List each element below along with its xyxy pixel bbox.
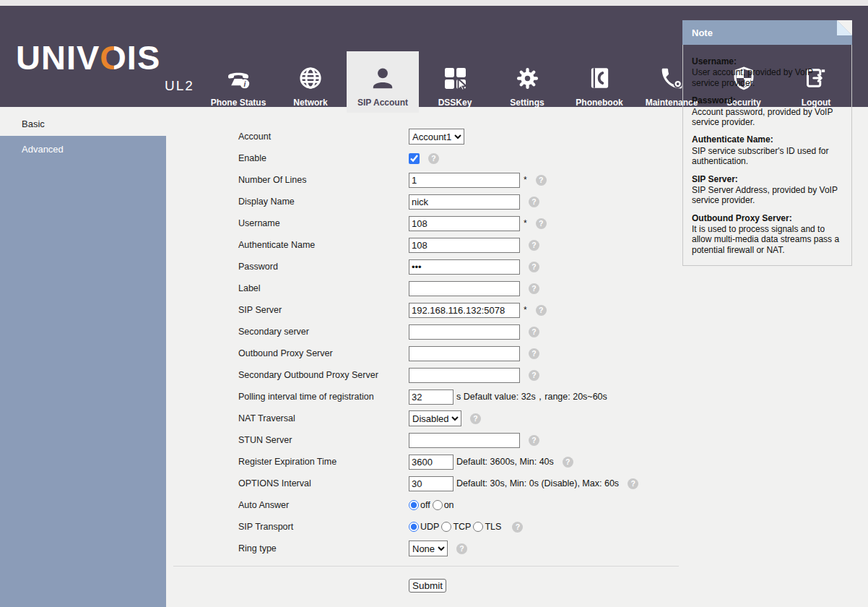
help-icon[interactable]: ? <box>529 348 539 359</box>
help-icon[interactable]: ? <box>628 478 638 489</box>
sidebar-item-basic[interactable]: Basic <box>22 119 45 129</box>
polling_interval-input[interactable] <box>409 389 453 405</box>
secondary_outbound_proxy_server-input[interactable] <box>409 368 520 383</box>
help-icon[interactable]: ? <box>456 543 467 554</box>
form-row-nat_traversal: NAT TraversalDisabled? <box>173 408 679 429</box>
help-icon[interactable]: ? <box>428 153 439 164</box>
help-icon[interactable]: ? <box>529 240 539 251</box>
field-label-nat_traversal: NAT Traversal <box>238 413 409 423</box>
note-heading: Username: <box>692 56 843 66</box>
logo-o: OO <box>100 40 127 74</box>
display_name-input[interactable] <box>409 194 520 210</box>
note-title: Note <box>692 27 713 38</box>
field-label-account: Account <box>238 132 409 142</box>
nav-item-phone-status[interactable]: iPhone Status <box>202 12 274 113</box>
help-icon[interactable]: ? <box>529 435 539 446</box>
form-row-auto_answer: Auto Answeroffon <box>173 494 679 516</box>
sip_transport-radio-tls[interactable] <box>473 522 483 532</box>
sip_transport-radio-udp[interactable] <box>409 522 419 532</box>
ring_type-select[interactable]: None <box>409 541 448 556</box>
nav-label: Network <box>293 98 327 108</box>
help-icon[interactable]: ? <box>536 218 547 229</box>
account-select[interactable]: Account1 <box>409 129 464 145</box>
field-control-polling_interval: s Default value: 32s，range: 20s~60s <box>409 389 607 405</box>
nav-label: Phonebook <box>576 98 622 108</box>
password-input[interactable] <box>409 259 520 275</box>
sidebar-item-advanced[interactable]: Advanced <box>22 144 64 155</box>
secondary_server-input[interactable] <box>409 324 520 340</box>
register_expiration_time-input[interactable] <box>409 455 453 470</box>
phone-status-icon: i <box>224 61 253 95</box>
nat_traversal-select[interactable]: Disabled <box>409 410 461 426</box>
help-icon[interactable]: ? <box>470 413 481 424</box>
auto_answer-radio-on[interactable] <box>433 500 443 510</box>
form-row-outbound_proxy_server: Outbound Proxy Server? <box>173 343 679 364</box>
nav-item-dsskey[interactable]: DSSKey <box>419 12 491 113</box>
sip-account-icon <box>370 61 396 95</box>
label-input[interactable] <box>409 281 520 296</box>
sip_transport-option-tls[interactable]: TLS <box>473 522 501 532</box>
stun_server-input[interactable] <box>409 433 520 448</box>
help-icon[interactable]: ? <box>529 283 539 294</box>
field-control-secondary_outbound_proxy_server: ? <box>409 368 539 383</box>
options_interval-input[interactable] <box>409 476 453 491</box>
form-row-password: Password? <box>173 256 679 277</box>
field-label-display_name: Display Name <box>238 197 409 207</box>
form-rows: AccountAccount1Enable?Number Of Lines*?D… <box>173 126 679 559</box>
form-row-ring_type: Ring typeNone? <box>173 538 679 559</box>
network-icon <box>298 61 324 95</box>
phonebook-icon <box>587 61 612 95</box>
field-hint: Default: 30s, Min: 0s (Disable), Max: 60… <box>456 478 619 488</box>
submit-row: Submit <box>173 567 679 593</box>
form-row-secondary_outbound_proxy_server: Secondary Outbound Proxy Server? <box>173 364 679 386</box>
help-icon[interactable]: ? <box>529 327 539 337</box>
field-control-stun_server: ? <box>409 433 539 448</box>
nav-item-network[interactable]: Network <box>274 12 347 113</box>
nav-item-sip-account[interactable]: SIP Account <box>347 12 419 113</box>
nav-item-settings[interactable]: Settings <box>491 12 563 113</box>
field-control-display_name: ? <box>409 194 539 210</box>
number_of_lines-input[interactable] <box>409 173 520 188</box>
sip_server-input[interactable] <box>409 303 520 318</box>
authenticate_name-input[interactable] <box>409 238 520 253</box>
help-icon[interactable]: ? <box>512 522 523 533</box>
nav-label: DSSKey <box>438 98 472 108</box>
nav-item-phonebook[interactable]: Phonebook <box>563 12 635 113</box>
field-control-authenticate_name: ? <box>409 238 539 253</box>
form-row-label: Label? <box>173 277 679 299</box>
required-asterisk: * <box>524 218 527 228</box>
note-body: Username:User account, provided by VoIP … <box>682 45 852 266</box>
auto_answer-option-off[interactable]: off <box>409 500 430 510</box>
enable-checkbox[interactable] <box>409 153 420 164</box>
form-row-stun_server: STUN Server? <box>173 429 679 451</box>
sip_transport-option-udp[interactable]: UDP <box>409 522 439 532</box>
sip-account-form: AccountAccount1Enable?Number Of Lines*?D… <box>173 126 679 593</box>
help-icon[interactable]: ? <box>563 457 573 468</box>
form-row-authenticate_name: Authenticate Name? <box>173 234 679 256</box>
required-asterisk: * <box>524 305 527 315</box>
help-icon[interactable]: ? <box>536 305 547 316</box>
note-section: Authenticate Name:SIP service subscriber… <box>692 134 843 166</box>
sip_transport-radio-tcp[interactable] <box>441 522 451 532</box>
note-heading: SIP Server: <box>692 174 843 184</box>
help-icon[interactable]: ? <box>529 197 539 207</box>
field-label-secondary_server: Secondary server <box>238 327 409 337</box>
form-row-enable: Enable? <box>173 147 679 169</box>
fold-corner-cut <box>837 20 852 35</box>
help-icon[interactable]: ? <box>536 175 547 186</box>
username-input[interactable] <box>409 216 520 231</box>
outbound_proxy_server-input[interactable] <box>409 346 520 361</box>
note-text: SIP Server Address, provided by VoIP ser… <box>692 185 843 206</box>
note-section: SIP Server:SIP Server Address, provided … <box>692 174 843 206</box>
help-icon[interactable]: ? <box>529 262 539 272</box>
auto_answer-option-on[interactable]: on <box>433 500 454 510</box>
field-control-password: ? <box>409 259 539 275</box>
form-row-username: Username*? <box>173 212 679 234</box>
logo-text-left: UNIV <box>16 38 100 77</box>
help-icon[interactable]: ? <box>529 370 539 381</box>
note-panel: Note Username:User account, provided by … <box>682 20 852 266</box>
submit-button[interactable]: Submit <box>409 579 446 593</box>
auto_answer-radio-group: offon <box>409 500 456 510</box>
sip_transport-option-tcp[interactable]: TCP <box>441 522 471 532</box>
auto_answer-radio-off[interactable] <box>409 500 419 510</box>
